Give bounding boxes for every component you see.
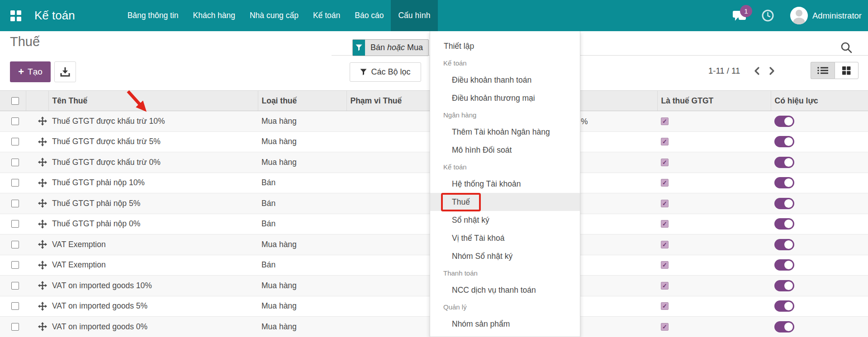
app-brand[interactable]: Kế toán [34,9,75,23]
tax-name-cell[interactable]: Thuế GTGT được khấu trừ 0% [48,152,258,173]
vat-checkbox[interactable]: ✓ [661,323,669,331]
nav-item-khach-hang[interactable]: Khách hàng [186,0,242,31]
nav-item-bang-thong-tin[interactable]: Bảng thông tin [120,0,186,31]
menu-item-them-tai-khoan-ngan-hang[interactable]: Thêm Tài khoản Ngân hàng [430,123,580,141]
menu-item-dieu-khoan-thuong-mai[interactable]: Điều khoản thương mại [430,89,580,107]
column-header-tax-type[interactable]: Loại thuế [258,91,346,111]
active-toggle[interactable] [774,300,794,312]
menu-item-vi-the-tai-khoa[interactable]: Vị thế Tài khoá [430,229,580,247]
active-toggle[interactable] [774,280,794,291]
row-checkbox[interactable] [11,200,19,207]
row-checkbox[interactable] [11,159,19,166]
menu-item-he-thong-tai-khoan[interactable]: Hệ thống Tài khoản [430,175,580,193]
drag-handle[interactable] [38,322,47,331]
active-toggle[interactable] [774,198,794,209]
filters-button[interactable]: Các Bộ lọc [350,62,421,82]
active-toggle[interactable] [774,116,794,127]
pager-previous-button[interactable] [749,63,764,79]
drag-handle[interactable] [38,281,47,290]
active-toggle[interactable] [774,177,794,188]
menu-item-nhom-san-pham[interactable]: Nhóm sản phẩm [430,315,580,333]
tax-type-cell[interactable]: Mua hàng [258,131,346,152]
active-toggle[interactable] [774,157,794,168]
search-facet[interactable]: Bán hoặc Mua [352,39,429,56]
tax-type-cell[interactable]: Mua hàng [258,234,346,255]
row-checkbox[interactable] [11,117,19,125]
row-checkbox[interactable] [11,302,19,310]
tax-name-cell[interactable]: VAT Exemption [48,255,258,276]
activities-button[interactable] [762,9,774,22]
search-button[interactable] [840,42,853,55]
active-toggle[interactable] [774,259,794,271]
kanban-view-button[interactable] [835,62,859,79]
tax-type-cell[interactable]: Bán [258,173,346,193]
tax-name-cell[interactable]: VAT on imported goods 10% [48,276,258,296]
tax-type-cell[interactable]: Mua hàng [258,276,346,296]
menu-item-mo-hinh-doi-soat[interactable]: Mô hình Đối soát [430,141,580,159]
pager-next-button[interactable] [764,63,780,79]
tax-type-cell[interactable]: Mua hàng [258,296,346,317]
drag-handle[interactable] [38,158,47,167]
vat-checkbox[interactable]: ✓ [661,282,669,290]
column-header-active[interactable]: Có hiệu lực [771,91,868,111]
drag-handle[interactable] [38,137,47,146]
vat-checkbox[interactable]: ✓ [661,138,669,145]
column-header-is-vat[interactable]: Là thuế GTGT [657,91,771,111]
vat-checkbox[interactable]: ✓ [661,159,669,166]
tax-name-cell[interactable]: Thuế GTGT phải nộp 10% [48,173,258,193]
vat-checkbox[interactable]: ✓ [661,179,669,187]
drag-handle[interactable] [38,302,47,311]
drag-handle[interactable] [38,117,47,126]
vat-checkbox[interactable]: ✓ [661,220,669,228]
messages-button[interactable]: 1 [732,9,746,23]
export-button[interactable] [54,61,76,82]
user-menu[interactable]: Administrator [812,11,862,21]
create-button[interactable]: + Tạo [10,61,51,82]
nav-item-nha-cung-cap[interactable]: Nhà cung cấp [242,0,306,31]
tax-name-cell[interactable]: VAT Exemption [48,234,258,255]
tax-type-cell[interactable]: Mua hàng [258,317,346,337]
menu-item-thiet-lap[interactable]: Thiết lập [430,37,580,55]
nav-item-bao-cao[interactable]: Báo cáo [347,0,391,31]
drag-handle[interactable] [38,220,47,229]
row-checkbox[interactable] [11,179,19,187]
vat-checkbox[interactable]: ✓ [661,261,669,269]
drag-handle[interactable] [38,199,47,208]
row-checkbox[interactable] [11,220,19,228]
select-all-checkbox[interactable] [11,97,19,105]
column-header-tax-name[interactable]: Tên Thuế [48,91,258,111]
tax-name-cell[interactable]: Thuế GTGT phải nộp 5% [48,193,258,214]
list-view-button[interactable] [811,62,835,79]
select-all-header[interactable] [0,91,26,111]
vat-checkbox[interactable]: ✓ [661,200,669,207]
apps-grid-icon[interactable] [10,10,21,21]
row-checkbox[interactable] [11,241,19,248]
avatar[interactable] [790,7,808,24]
tax-type-cell[interactable]: Mua hàng [258,111,346,132]
row-checkbox[interactable] [11,282,19,290]
row-checkbox[interactable] [11,261,19,269]
menu-item-thue[interactable]: Thuế [430,193,580,211]
nav-item-cau-hinh[interactable]: Cấu hình [391,0,437,31]
menu-item-dieu-khoan-thanh-toan[interactable]: Điều khoản thanh toán [430,71,580,89]
nav-item-ke-toan[interactable]: Kế toán [306,0,347,31]
tax-type-cell[interactable]: Bán [258,214,346,234]
tax-name-cell[interactable]: Thuế GTGT phải nộp 0% [48,214,258,234]
tax-type-cell[interactable]: Bán [258,193,346,214]
drag-handle[interactable] [38,261,47,270]
tax-name-cell[interactable]: VAT on imported goods 0% [48,317,258,337]
menu-item-nhom-so-nhat-ky[interactable]: Nhóm Sổ nhật ký [430,247,580,265]
row-checkbox[interactable] [11,138,19,145]
tax-name-cell[interactable]: Thuế GTGT được khấu trừ 5% [48,131,258,152]
drag-handle[interactable] [38,178,47,187]
tax-type-cell[interactable]: Mua hàng [258,152,346,173]
active-toggle[interactable] [774,239,794,250]
tax-type-cell[interactable]: Bán [258,255,346,276]
active-toggle[interactable] [774,321,794,332]
vat-checkbox[interactable]: ✓ [661,117,669,125]
tax-name-cell[interactable]: Thuế GTGT được khấu trừ 10% [48,111,258,132]
vat-checkbox[interactable]: ✓ [661,241,669,248]
tax-name-cell[interactable]: VAT on imported goods 5% [48,296,258,317]
menu-item-ncc-dich-vu-thanh-toan[interactable]: NCC dịch vụ thanh toán [430,281,580,299]
vat-checkbox[interactable]: ✓ [661,302,669,310]
